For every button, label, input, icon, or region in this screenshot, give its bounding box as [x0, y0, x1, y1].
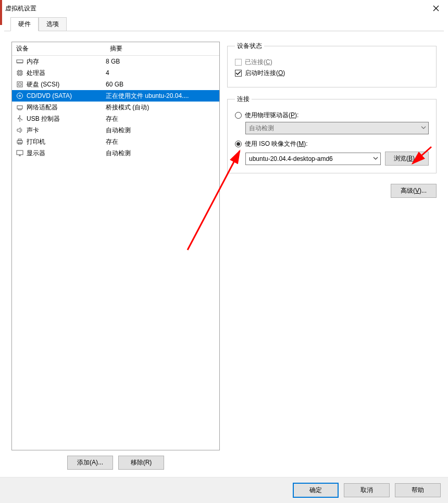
device-name: 显示器 — [27, 149, 106, 158]
svg-point-9 — [19, 116, 20, 117]
svg-rect-2 — [19, 72, 21, 74]
advanced-button[interactable]: 高级(V)... — [391, 184, 437, 198]
device-summary: 8 GB — [106, 58, 219, 65]
device-row-disk[interactable]: 硬盘 (SCSI)60 GB — [12, 79, 219, 90]
browse-button[interactable]: 浏览(B)... — [385, 152, 429, 166]
connected-checkbox — [235, 59, 242, 66]
display-icon — [15, 149, 24, 157]
iso-path-combo[interactable]: ubuntu-20.04.4-desktop-amd6 — [245, 153, 381, 165]
memory-icon — [15, 57, 24, 66]
disk-icon — [15, 80, 24, 89]
device-summary: 60 GB — [106, 81, 219, 88]
device-name: USB 控制器 — [27, 115, 106, 123]
connection-group: 连接 使用物理驱动器(P): 自动检测 使用 ISO 映像文件(M): — [227, 95, 437, 173]
device-summary: 正在使用文件 ubuntu-20.04.... — [106, 92, 219, 100]
svg-rect-15 — [17, 150, 23, 155]
device-name: 网络适配器 — [27, 103, 106, 112]
device-row-memory[interactable]: 内存8 GB — [12, 56, 219, 67]
physical-drive-combo: 自动检测 — [245, 122, 429, 134]
svg-point-6 — [17, 93, 23, 99]
close-button[interactable] — [424, 0, 448, 17]
header-device: 设备 — [12, 42, 106, 55]
device-summary: 自动检测 — [106, 149, 219, 158]
device-list[interactable]: 设备 摘要 内存8 GB处理器4硬盘 (SCSI)60 GBCD/DVD (SA… — [11, 42, 220, 450]
device-summary: 存在 — [106, 115, 219, 123]
svg-rect-10 — [18, 118, 19, 119]
header-summary: 摘要 — [106, 42, 219, 55]
sound-icon — [15, 126, 24, 134]
device-summary: 4 — [106, 69, 219, 77]
device-status-legend: 设备状态 — [235, 42, 264, 51]
svg-point-7 — [19, 95, 21, 97]
connect-at-poweron-checkbox[interactable] — [235, 70, 242, 77]
svg-rect-13 — [18, 139, 21, 141]
cancel-button[interactable]: 取消 — [344, 483, 390, 497]
device-name: 声卡 — [27, 126, 106, 135]
device-name: 内存 — [27, 57, 106, 66]
device-row-cd[interactable]: CD/DVD (SATA)正在使用文件 ubuntu-20.04.... — [12, 90, 219, 102]
tab-strip: 硬件 选项 — [0, 17, 448, 31]
device-name: 打印机 — [27, 137, 106, 146]
connect-at-poweron-label: 启动时连接(O) — [245, 69, 285, 78]
connection-legend: 连接 — [235, 95, 252, 104]
use-iso-label: 使用 ISO 映像文件(M): — [245, 140, 308, 148]
remove-button[interactable]: 移除(R) — [118, 456, 164, 470]
usb-icon — [15, 115, 24, 123]
chevron-down-icon — [421, 124, 426, 132]
physical-drive-value: 自动检测 — [249, 124, 274, 133]
use-physical-label: 使用物理驱动器(P): — [245, 111, 298, 120]
device-row-sound[interactable]: 声卡自动检测 — [12, 124, 219, 136]
device-name: CD/DVD (SATA) — [27, 92, 106, 99]
device-status-group: 设备状态 已连接(C) 启动时连接(O) — [227, 42, 437, 87]
help-button[interactable]: 帮助 — [395, 483, 441, 497]
use-physical-radio[interactable] — [235, 112, 242, 119]
device-list-header: 设备 摘要 — [12, 42, 219, 56]
svg-point-11 — [21, 119, 22, 120]
tab-options[interactable]: 选项 — [39, 17, 67, 31]
iso-path-value: ubuntu-20.04.4-desktop-amd6 — [249, 155, 333, 162]
device-summary: 桥接模式 (自动) — [106, 103, 219, 112]
ok-button[interactable]: 确定 — [293, 483, 339, 498]
device-summary: 存在 — [106, 137, 219, 146]
device-row-net[interactable]: 网络适配器桥接模式 (自动) — [12, 102, 219, 113]
tab-hardware[interactable]: 硬件 — [10, 17, 39, 31]
titlebar: 虚拟机设置 — [0, 0, 448, 17]
device-summary: 自动检测 — [106, 126, 219, 135]
add-button[interactable]: 添加(A)... — [67, 456, 113, 470]
cd-icon — [15, 92, 24, 100]
device-row-usb[interactable]: USB 控制器存在 — [12, 113, 219, 124]
device-row-cpu[interactable]: 处理器4 — [12, 67, 219, 79]
device-name: 处理器 — [27, 69, 106, 78]
device-row-printer[interactable]: 打印机存在 — [12, 136, 219, 147]
connected-label: 已连接(C) — [245, 58, 272, 67]
use-iso-radio[interactable] — [235, 141, 242, 147]
dialog-footer: 确定 取消 帮助 — [0, 477, 448, 503]
cpu-icon — [15, 69, 24, 77]
chevron-down-icon — [373, 155, 378, 162]
svg-rect-8 — [17, 106, 22, 109]
window-title: 虚拟机设置 — [5, 4, 36, 13]
svg-rect-1 — [18, 71, 22, 75]
svg-rect-0 — [17, 60, 23, 62]
printer-icon — [15, 137, 24, 146]
device-row-display[interactable]: 显示器自动检测 — [12, 147, 219, 159]
net-icon — [15, 103, 24, 111]
svg-point-5 — [19, 84, 20, 85]
close-icon — [433, 5, 439, 11]
device-name: 硬盘 (SCSI) — [27, 80, 106, 89]
